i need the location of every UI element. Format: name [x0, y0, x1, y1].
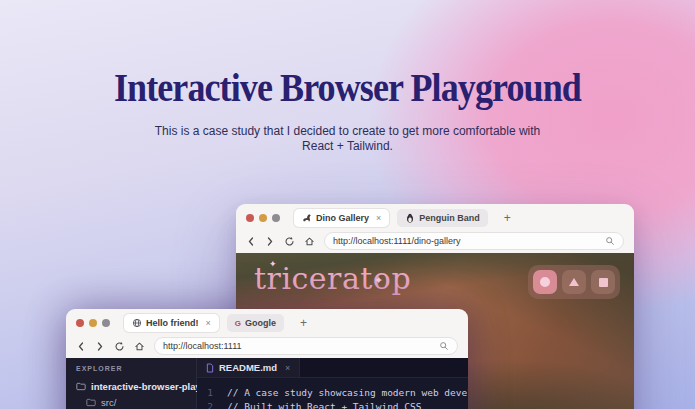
forward-icon[interactable]: [265, 236, 275, 247]
tree-item-src-folder[interactable]: src/: [86, 397, 192, 408]
line-number: 1: [197, 386, 227, 400]
circle-icon: [540, 277, 550, 287]
browser-tab-strip: Dino Gallery × Penguin Band +: [236, 204, 634, 229]
new-tab-button[interactable]: +: [300, 317, 307, 329]
back-icon[interactable]: [246, 236, 256, 247]
close-icon[interactable]: ×: [285, 363, 290, 373]
shape-controls: [528, 265, 620, 299]
address-bar[interactable]: http://localhost:1111/dino-gallery: [324, 232, 624, 250]
editor-tab-bar: README.md ×: [197, 358, 468, 378]
home-icon[interactable]: [304, 236, 315, 247]
minimize-window-button[interactable]: [89, 319, 97, 327]
tab-dino-gallery[interactable]: Dino Gallery ×: [294, 209, 389, 227]
url-text: http://localhost:1111: [163, 341, 242, 351]
window-controls: [76, 319, 110, 327]
close-window-button[interactable]: [76, 319, 84, 327]
zoom-window-button[interactable]: [102, 319, 110, 327]
code-line: 1 // A case study showcasing modern web …: [197, 386, 468, 400]
browser-tab-strip: Hello friend! × G Google +: [66, 309, 468, 334]
close-icon[interactable]: ×: [206, 318, 211, 328]
forward-icon[interactable]: [95, 341, 105, 352]
explorer-header: EXPLORER: [76, 365, 192, 372]
dino-icon: [302, 213, 312, 223]
browser-toolbar: http://localhost:1111: [66, 334, 468, 358]
tab-label: Dino Gallery: [316, 213, 369, 223]
page-title: Interactive Browser Playground: [0, 64, 695, 111]
code-text: // Built with React + Tailwind CSS: [227, 400, 421, 409]
close-window-button[interactable]: [246, 214, 254, 222]
tab-label: Penguin Band: [419, 213, 480, 223]
tab-readme[interactable]: README.md ×: [197, 358, 300, 377]
tab-hello-friend[interactable]: Hello friend! ×: [124, 314, 219, 332]
code-text: // A case study showcasing modern web de…: [227, 386, 468, 400]
folder-icon: [76, 382, 86, 391]
triangle-icon: [569, 278, 579, 286]
tab-google[interactable]: G Google: [227, 314, 284, 332]
back-icon[interactable]: [76, 341, 86, 352]
globe-icon: [132, 318, 142, 328]
explorer-sidebar: EXPLORER interactive-browser-playground …: [66, 358, 197, 409]
page: Interactive Browser Playground This is a…: [0, 0, 695, 409]
tab-penguin-band[interactable]: Penguin Band: [397, 209, 488, 227]
reload-icon[interactable]: [284, 236, 295, 247]
search-icon: [439, 341, 449, 351]
tab-label: Hello friend!: [146, 318, 199, 328]
zoom-window-button[interactable]: [272, 214, 280, 222]
code-area: 1 // A case study showcasing modern web …: [197, 378, 468, 409]
minimize-window-button[interactable]: [259, 214, 267, 222]
page-subtitle: This is a case study that I decided to c…: [0, 124, 695, 154]
code-editor: EXPLORER interactive-browser-playground …: [66, 358, 468, 409]
reload-icon[interactable]: [114, 341, 125, 352]
triangle-shape-button[interactable]: [562, 270, 586, 294]
code-line: 2 // Built with React + Tailwind CSS: [197, 400, 468, 409]
window-controls: [246, 214, 280, 222]
home-icon[interactable]: [134, 341, 145, 352]
address-bar[interactable]: http://localhost:1111: [154, 337, 458, 355]
page-heading: triceratop: [254, 261, 411, 296]
subtitle-line-2: React + Tailwind.: [0, 139, 695, 154]
sparkle-icon: ✦: [269, 259, 277, 269]
square-icon: [599, 278, 608, 287]
tree-item-label: src/: [101, 397, 116, 408]
search-icon: [605, 236, 615, 246]
url-text: http://localhost:1111/dino-gallery: [333, 236, 461, 246]
circle-shape-button[interactable]: [533, 270, 557, 294]
subtitle-line-1: This is a case study that I decided to c…: [0, 124, 695, 139]
tab-label: Google: [245, 318, 276, 328]
editor-pane: README.md × 1 // A case study showcasing…: [197, 358, 468, 409]
penguin-icon: [405, 213, 415, 223]
square-shape-button[interactable]: [591, 270, 615, 294]
tab-label: README.md: [219, 362, 277, 373]
sparkle-icon: ✦: [374, 274, 383, 287]
tree-item-root-folder[interactable]: interactive-browser-playground: [76, 381, 192, 392]
hello-friend-browser-window: Hello friend! × G Google + http:: [66, 309, 468, 409]
close-icon[interactable]: ×: [376, 213, 381, 223]
folder-icon: [86, 398, 96, 407]
file-icon: [206, 363, 214, 373]
line-number: 2: [197, 400, 227, 409]
google-icon: G: [235, 319, 241, 328]
new-tab-button[interactable]: +: [504, 212, 511, 224]
browser-toolbar: http://localhost:1111/dino-gallery: [236, 229, 634, 253]
